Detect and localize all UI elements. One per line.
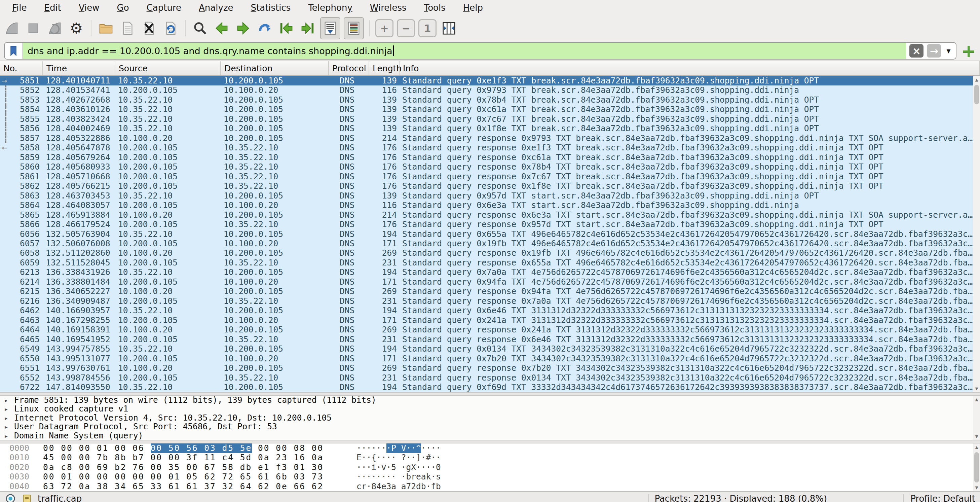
zoom-out-button[interactable]: − bbox=[397, 19, 415, 38]
packet-row-5857[interactable]: 5857128.40532288610.100.0.2010.200.0.105… bbox=[0, 134, 980, 143]
filter-bookmark-icon[interactable] bbox=[5, 43, 23, 59]
column-header-destination[interactable]: Destination bbox=[221, 61, 329, 75]
hex-ascii[interactable]: ···i·v·5 ·gX····0 bbox=[356, 463, 441, 472]
capture-restart-button[interactable] bbox=[46, 19, 64, 38]
packet-row-5860[interactable]: 5860128.40568093310.200.0.10510.35.22.10… bbox=[0, 162, 980, 172]
packet-row-6056[interactable]: 6056132.50576390410.35.22.1010.200.0.105… bbox=[0, 229, 980, 239]
colorize-button[interactable] bbox=[344, 17, 364, 39]
column-header-source[interactable]: Source bbox=[115, 61, 221, 75]
menu-view[interactable]: View bbox=[70, 0, 108, 16]
packet-row-5854[interactable]: 5854128.40361012610.35.22.1010.200.0.105… bbox=[0, 105, 980, 114]
capture-comment-icon[interactable] bbox=[22, 493, 32, 502]
scrollbar-thumb[interactable] bbox=[974, 85, 979, 104]
packet-row-6215[interactable]: 6215136.34065222710.100.0.2010.200.0.105… bbox=[0, 287, 980, 296]
packet-list-scrollbar[interactable]: ▲ ▼ bbox=[973, 76, 980, 392]
pane-splitter[interactable] bbox=[0, 392, 980, 396]
expander-icon[interactable]: ▸ bbox=[4, 405, 14, 413]
packet-row-6059[interactable]: 6059132.51152804510.200.0.10510.35.22.10… bbox=[0, 258, 980, 268]
display-filter-input[interactable]: dns and ip.addr == 10.200.0.105 and dns.… bbox=[4, 42, 956, 59]
expert-info-icon[interactable] bbox=[5, 493, 16, 502]
column-header-protocol[interactable]: Protocol bbox=[329, 61, 369, 75]
hex-ascii[interactable]: ········ ·break·s bbox=[356, 472, 441, 481]
column-header-length[interactable]: Length bbox=[369, 61, 399, 75]
go-back-button[interactable] bbox=[213, 19, 231, 38]
menu-file[interactable]: File bbox=[3, 0, 36, 16]
find-packet-button[interactable] bbox=[191, 19, 209, 38]
filter-apply-button[interactable]: → bbox=[927, 44, 941, 57]
column-header-no[interactable]: No. bbox=[0, 61, 43, 75]
expander-icon[interactable]: ▸ bbox=[4, 396, 14, 405]
menu-capture[interactable]: Capture bbox=[138, 0, 190, 16]
resize-columns-button[interactable] bbox=[440, 19, 458, 38]
capture-stop-button[interactable] bbox=[24, 19, 42, 38]
menu-tools[interactable]: Tools bbox=[415, 0, 454, 16]
packet-row-6057[interactable]: 6057132.50607600810.200.0.10510.100.0.20… bbox=[0, 239, 980, 248]
hex-bytes[interactable]: 0a c8 00 69 b2 76 00 35 00 67 58 db e1 f… bbox=[43, 463, 323, 472]
packet-row-6550[interactable]: 6550143.99513107710.200.0.10510.100.0.20… bbox=[0, 354, 980, 363]
menu-edit[interactable]: Edit bbox=[36, 0, 70, 16]
packet-row-5864[interactable]: 5864128.46408305710.200.0.10510.100.0.20… bbox=[0, 201, 980, 210]
scrollbar-thumb[interactable] bbox=[974, 452, 979, 483]
packet-row-5856[interactable]: 5856128.40400246910.35.22.1010.200.0.105… bbox=[0, 124, 980, 133]
packet-row-5865[interactable]: 5865128.46591388410.100.0.2010.200.0.105… bbox=[0, 210, 980, 220]
go-to-packet-button[interactable] bbox=[256, 19, 274, 38]
packet-row-6551[interactable]: 6551143.99763076110.100.0.2010.200.0.105… bbox=[0, 363, 980, 373]
packet-row-6552[interactable]: 6552143.99878455610.200.0.10510.35.22.10… bbox=[0, 373, 980, 382]
packet-row-6058[interactable]: 6058132.51120286010.100.0.2010.200.0.105… bbox=[0, 248, 980, 258]
detail-row[interactable]: ▸Internet Protocol Version 4, Src: 10.35… bbox=[0, 413, 980, 422]
packet-row-5855[interactable]: 5855128.40382342410.35.22.1010.200.0.105… bbox=[0, 115, 980, 124]
hex-row[interactable]: 003000 01 00 00 00 00 00 01 05 62 72 65 … bbox=[0, 472, 980, 481]
hex-bytes[interactable]: 63 72 0a 38 34 65 33 61 61 37 32 64 62 0… bbox=[43, 482, 323, 491]
packet-row-6463[interactable]: 6463140.16729825510.200.0.10510.100.0.20… bbox=[0, 316, 980, 325]
file-close-button[interactable] bbox=[140, 19, 158, 38]
detail-row[interactable]: ▸Linux cooked capture v1 bbox=[0, 405, 980, 413]
packet-row-5858[interactable]: 5858←128.40564787810.200.0.10510.35.22.1… bbox=[0, 143, 980, 152]
packet-row-6464[interactable]: 6464140.16915839110.100.0.2010.200.0.105… bbox=[0, 325, 980, 335]
packet-row-6465[interactable]: 6465140.16954195210.200.0.10510.35.22.10… bbox=[0, 335, 980, 344]
packet-row-5863[interactable]: 5863128.46370345310.35.22.1010.200.0.105… bbox=[0, 191, 980, 201]
column-header-time[interactable]: Time bbox=[43, 61, 115, 75]
menu-statistics[interactable]: Statistics bbox=[242, 0, 300, 16]
scroll-up-icon[interactable]: ▲ bbox=[973, 76, 980, 83]
packet-row-5866[interactable]: 5866128.46617952410.200.0.10510.35.22.10… bbox=[0, 220, 980, 229]
details-scrollbar[interactable]: ▲ ▼ bbox=[973, 396, 980, 440]
hex-ascii[interactable]: ·······P V··^···· bbox=[356, 443, 441, 453]
scroll-down-icon[interactable]: ▼ bbox=[973, 484, 980, 491]
file-reload-button[interactable] bbox=[161, 19, 180, 38]
packet-row-5862[interactable]: 5862128.40576621510.200.0.10510.35.22.10… bbox=[0, 182, 980, 191]
menu-wireless[interactable]: Wireless bbox=[361, 0, 415, 16]
go-last-button[interactable] bbox=[299, 19, 317, 38]
filter-add-button[interactable]: + bbox=[961, 42, 976, 59]
go-first-button[interactable] bbox=[277, 19, 295, 38]
expander-icon[interactable]: ▸ bbox=[4, 414, 14, 422]
packet-row-6214[interactable]: 6214136.33880148410.200.0.10510.100.0.20… bbox=[0, 277, 980, 287]
column-header-info[interactable]: Info bbox=[399, 61, 980, 75]
scroll-down-icon[interactable]: ▼ bbox=[973, 385, 980, 392]
filter-dropdown-caret-icon[interactable]: ▾ bbox=[947, 46, 950, 56]
menu-telephony[interactable]: Telephony bbox=[299, 0, 361, 16]
hex-bytes[interactable]: 00 01 00 00 00 00 00 01 05 62 72 65 61 6… bbox=[43, 472, 323, 481]
capture-start-button[interactable] bbox=[3, 19, 21, 38]
scroll-up-icon[interactable]: ▲ bbox=[973, 443, 980, 451]
menu-go[interactable]: Go bbox=[108, 0, 138, 16]
file-open-button[interactable] bbox=[97, 19, 115, 38]
packet-row-5853[interactable]: 5853128.40267266810.35.22.1010.200.0.105… bbox=[0, 95, 980, 105]
zoom-in-button[interactable]: + bbox=[375, 19, 393, 38]
profile-selector[interactable]: Profile: Default bbox=[910, 494, 975, 502]
hex-ascii[interactable]: E··{···· ?··]·#·· bbox=[356, 453, 441, 462]
hex-row[interactable]: 00200a c8 00 69 b2 76 00 35 00 67 58 db … bbox=[0, 463, 980, 472]
hex-row[interactable]: 000000 00 00 01 00 06 00 50 56 03 d5 5e … bbox=[0, 443, 980, 453]
packet-row-5852[interactable]: 5852128.40153474110.200.0.10510.100.0.20… bbox=[0, 86, 980, 95]
packet-row-6213[interactable]: 6213136.33843192610.35.22.1010.200.0.105… bbox=[0, 268, 980, 277]
menu-analyze[interactable]: Analyze bbox=[190, 0, 242, 16]
packet-row-5861[interactable]: 5861128.40571066810.200.0.10510.35.22.10… bbox=[0, 172, 980, 182]
detail-row[interactable]: ▸Domain Name System (query) bbox=[0, 431, 980, 440]
detail-row[interactable]: ▸Frame 5851: 139 bytes on wire (1112 bit… bbox=[0, 396, 980, 405]
packet-row-5859[interactable]: 5859128.40567926410.200.0.10510.35.22.10… bbox=[0, 153, 980, 162]
hex-row[interactable]: 001045 00 00 7b 8b b7 00 00 3f 11 c4 5d … bbox=[0, 453, 980, 462]
file-save-button[interactable] bbox=[118, 19, 137, 38]
packet-row-6462[interactable]: 6462140.16690395710.35.22.1010.200.0.105… bbox=[0, 306, 980, 315]
packet-row-6722[interactable]: 6722147.81409355010.35.22.1010.200.0.105… bbox=[0, 382, 980, 392]
bytes-scrollbar[interactable]: ▲ ▼ bbox=[973, 443, 980, 491]
pane-splitter[interactable] bbox=[0, 440, 980, 443]
